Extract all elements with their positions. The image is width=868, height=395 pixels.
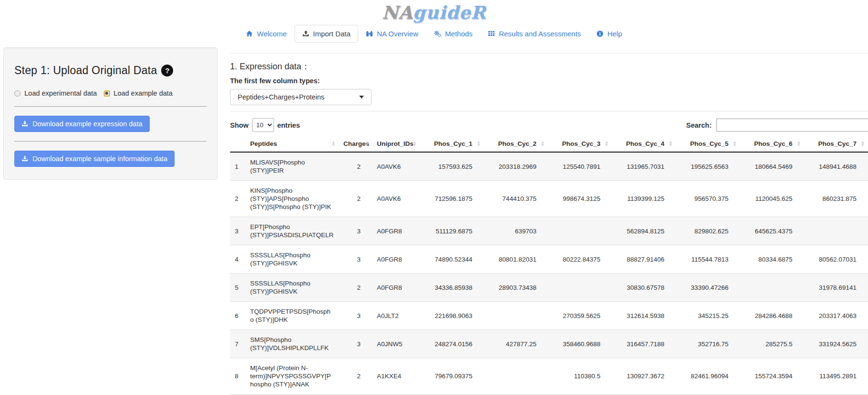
cell-phos-cyc-3: 125540.7891 xyxy=(548,152,612,181)
download-button-1[interactable]: Download example expression data xyxy=(14,116,150,132)
tab-methods[interactable]: Methods xyxy=(426,25,481,43)
column-label: Phos_Cyc_3 xyxy=(562,140,600,147)
cell-uniprot-id: A0AVK6 xyxy=(372,152,420,181)
cell-rownum: 3 xyxy=(230,217,245,245)
cell-phos-cyc-3: 110380.5 xyxy=(548,358,612,395)
column-label: Phos_Cyc_4 xyxy=(626,140,664,147)
cell-phos-cyc-1: 34336.85938 xyxy=(420,274,484,302)
column-header-phos_cyc_1[interactable]: Phos_Cyc_1▲▼ xyxy=(420,136,484,152)
cell-phos-cyc-3 xyxy=(548,274,612,302)
cell-phos-cyc-5: 115544.7813 xyxy=(676,245,740,274)
cell-peptide: KINS[Phospho (STY)]APS[Phospho (STY)]S[P… xyxy=(245,181,339,217)
cell-charges: 3 xyxy=(339,245,372,274)
entries-select[interactable]: 10 xyxy=(252,118,274,132)
column-types-select[interactable]: Peptides+Charges+Proteins xyxy=(230,89,372,105)
table-row: 6TQDPVPPETPSDS[Phospho (STY)]DHK3A0JLT22… xyxy=(230,302,868,330)
radio-load-experimental-data[interactable]: Load experimental data xyxy=(14,89,97,97)
tab-results-and-assessments[interactable]: Results and Assessments xyxy=(480,25,589,43)
expression-data-table: Peptides▲▼Charges▲▼Uniprot_IDs▲▼Phos_Cyc… xyxy=(230,136,868,395)
column-header-phos_cyc_2[interactable]: Phos_Cyc_2▲▼ xyxy=(484,136,548,152)
cell-phos-cyc-5: 82461.96094 xyxy=(676,358,740,395)
table-row: 3EPT[Phospho (STY)]PSIASDISLPIATQELR3A0F… xyxy=(230,217,868,245)
column-header-rownum xyxy=(230,136,245,152)
sidebar-title: Step 1: Upload Original Data ? xyxy=(14,64,207,77)
cell-phos-cyc-6: 645625.4375 xyxy=(740,217,804,245)
tab-label: Help xyxy=(607,30,622,38)
app-logo: NAguideR xyxy=(0,0,868,24)
cell-phos-cyc-2: 639703 xyxy=(484,217,548,245)
tab-import-data[interactable]: Import Data xyxy=(295,25,358,43)
table-row: 8M[Acetyl (Protein N-term)]NPVYSPGSSGVPY… xyxy=(230,358,868,395)
radio-unselected-icon[interactable] xyxy=(14,90,21,97)
entries-label: entries xyxy=(277,121,300,129)
radio-selected-icon[interactable] xyxy=(104,90,110,97)
cell-phos-cyc-7: 860231.875 xyxy=(804,181,868,217)
cell-peptide: EPT[Phospho (STY)]PSIASDISLPIATQELR xyxy=(245,217,339,245)
info-icon xyxy=(596,30,604,37)
cell-uniprot-id: A0FGR8 xyxy=(372,274,420,302)
cell-phos-cyc-7: 113495.2891 xyxy=(804,358,868,395)
column-label: Phos_Cyc_2 xyxy=(498,140,536,147)
cell-phos-cyc-4: 131965.7031 xyxy=(612,152,676,181)
cell-peptide: SMS[Phospho (STY)]VDLSHIPLKDPLLFK xyxy=(245,330,339,358)
cell-charges: 3 xyxy=(339,330,372,358)
column-label: Phos_Cyc_6 xyxy=(754,140,792,147)
cell-phos-cyc-1: 248274.0156 xyxy=(420,330,484,358)
column-header-phos_cyc_5[interactable]: Phos_Cyc_5▲▼ xyxy=(676,136,740,152)
cell-uniprot-id: A0AVK6 xyxy=(372,181,420,217)
cell-phos-cyc-3: 270359.5625 xyxy=(548,302,612,330)
cell-phos-cyc-5: 33390.47266 xyxy=(676,274,740,302)
cell-charges: 2 xyxy=(339,358,372,395)
cell-phos-cyc-4: 1139399.125 xyxy=(612,181,676,217)
sidebar-divider xyxy=(14,141,207,142)
table-length-control: Show 10 entries xyxy=(230,118,300,132)
tab-label: Import Data xyxy=(313,30,351,38)
radio-load-example-data[interactable]: Load example data xyxy=(104,89,173,97)
column-header-uniprot_ids[interactable]: Uniprot_IDs▲▼ xyxy=(372,136,420,152)
section-heading: 1. Expression data： xyxy=(230,61,868,72)
cell-phos-cyc-7: 31978.69141 xyxy=(804,274,868,302)
cell-phos-cyc-6: 285275.5 xyxy=(740,330,804,358)
search-input[interactable] xyxy=(716,119,868,132)
tab-welcome[interactable]: Welcome xyxy=(238,25,294,43)
cell-phos-cyc-5: 195625.6563 xyxy=(676,152,740,181)
download-icon xyxy=(22,155,28,162)
cell-phos-cyc-3 xyxy=(548,217,612,245)
table-search-control: Search: xyxy=(686,119,868,132)
sidebar-buttons: Download example expression dataDownload… xyxy=(14,116,207,167)
cell-phos-cyc-1: 74890.52344 xyxy=(420,245,484,274)
table-row: 5SSSSLLAS[Phospho (STY)]PGHISVK2A0FGR834… xyxy=(230,274,868,302)
column-header-phos_cyc_7[interactable]: Phos_Cyc_7▲▼ xyxy=(804,136,868,152)
column-header-phos_cyc_6[interactable]: Phos_Cyc_6▲▼ xyxy=(740,136,804,152)
column-header-phos_cyc_3[interactable]: Phos_Cyc_3▲▼ xyxy=(548,136,612,152)
cell-phos-cyc-2: 427877.25 xyxy=(484,330,548,358)
cell-phos-cyc-1: 221698.9063 xyxy=(420,302,484,330)
logo-part-na: NA xyxy=(382,2,413,23)
cell-phos-cyc-4: 130927.3672 xyxy=(612,358,676,395)
cell-phos-cyc-7 xyxy=(804,217,868,245)
chevron-down-icon xyxy=(359,96,364,99)
cell-phos-cyc-6: 80334.6875 xyxy=(740,245,804,274)
cell-phos-cyc-4: 30830.67578 xyxy=(612,274,676,302)
column-header-charges[interactable]: Charges▲▼ xyxy=(339,136,372,152)
download-button-2[interactable]: Download example sample information data xyxy=(14,151,175,167)
column-header-phos_cyc_4[interactable]: Phos_Cyc_4▲▼ xyxy=(612,136,676,152)
home-icon xyxy=(246,30,253,37)
cell-phos-cyc-1: 511129.6875 xyxy=(420,217,484,245)
radio-label: Load experimental data xyxy=(24,89,97,97)
column-label: Uniprot_IDs xyxy=(377,140,414,147)
column-header-peptides[interactable]: Peptides▲▼ xyxy=(245,136,339,152)
cell-phos-cyc-7: 148941.4688 xyxy=(804,152,868,181)
cell-phos-cyc-6 xyxy=(740,274,804,302)
upload-icon xyxy=(302,30,309,37)
column-label: Phos_Cyc_1 xyxy=(434,140,472,147)
cell-phos-cyc-2 xyxy=(484,302,548,330)
cell-phos-cyc-3: 358460.9688 xyxy=(548,330,612,358)
tab-label: Results and Assessments xyxy=(499,30,581,38)
tab-help[interactable]: Help xyxy=(589,25,630,43)
tab-na-overview[interactable]: NA Overview xyxy=(358,25,426,43)
question-circle-icon[interactable]: ? xyxy=(161,65,173,77)
cell-charges: 2 xyxy=(339,152,372,181)
main-divider-bottom xyxy=(230,111,868,111)
cell-phos-cyc-5: 352716.75 xyxy=(676,330,740,358)
